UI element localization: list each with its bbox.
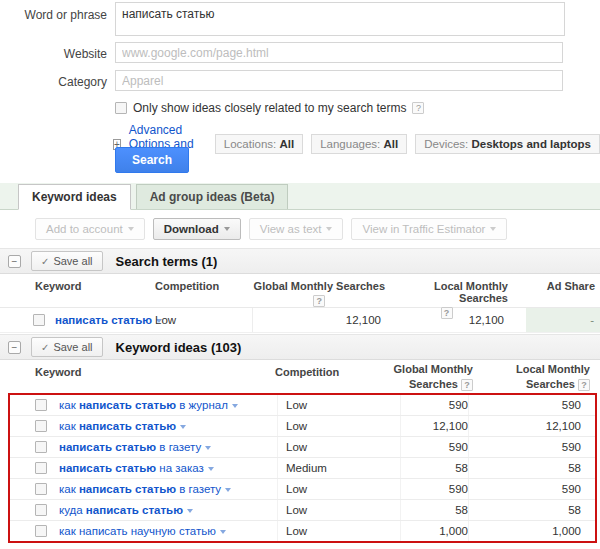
collapse-icon[interactable]: −	[8, 255, 21, 268]
local-monthly-searches-value: 58	[468, 458, 585, 478]
row-checkbox[interactable]	[35, 399, 47, 411]
local-monthly-searches-value: 12,100	[468, 416, 585, 436]
keyword-row: куда написать статью Low 58 58	[10, 500, 595, 521]
keyword-row: как написать статью в журнал Low 590 590	[10, 395, 595, 416]
dropdown-caret-icon	[232, 404, 238, 408]
related-terms-row: Only show ideas closely related to my se…	[115, 101, 424, 115]
column-header-competition[interactable]: Competition	[155, 274, 252, 307]
competition-value: Low	[277, 416, 400, 436]
chevron-down-icon	[128, 227, 134, 231]
keyword-row: как написать статью в газету Low 590 590	[10, 479, 595, 500]
keyword-link[interactable]: куда написать статью	[59, 504, 193, 516]
dropdown-caret-icon	[187, 509, 193, 513]
tab-strip: Keyword ideas Ad group ideas (Beta)	[0, 183, 600, 210]
local-monthly-searches-value: 12,100	[385, 308, 508, 332]
help-icon[interactable]: ?	[313, 295, 325, 307]
tab-ad-group-ideas[interactable]: Ad group ideas (Beta)	[136, 184, 289, 209]
row-checkbox[interactable]	[35, 525, 47, 537]
download-button[interactable]: Download	[153, 218, 241, 240]
add-to-account-button[interactable]: Add to account	[35, 218, 145, 240]
competition-value: Low	[277, 437, 400, 457]
check-icon: ✓	[41, 256, 49, 267]
competition-value: Low	[277, 479, 400, 499]
global-monthly-searches-value: 12,100	[400, 416, 468, 436]
tab-keyword-ideas[interactable]: Keyword ideas	[18, 184, 131, 210]
keyword-row: как написать статью Low 12,100 12,100	[10, 416, 595, 437]
keyword-link[interactable]: как написать статью в журнал	[59, 399, 238, 411]
local-monthly-searches-value: 590	[468, 479, 585, 499]
collapse-icon[interactable]: −	[8, 341, 21, 354]
keyword-row: написать статью на заказ Medium 58 58	[10, 458, 595, 479]
dropdown-caret-icon	[208, 467, 214, 471]
row-checkbox[interactable]	[35, 420, 47, 432]
row-checkbox[interactable]	[35, 483, 47, 495]
keyword-row: как написать научную статью Low 1,000 1,…	[10, 521, 595, 541]
column-header-local-monthly-searches[interactable]: Local Monthly Searches ?	[473, 360, 595, 393]
keyword-link[interactable]: написать статью на заказ	[59, 462, 214, 474]
save-all-button[interactable]: ✓Save all	[31, 251, 103, 271]
row-checkbox[interactable]	[35, 504, 47, 516]
search-term-row: написать статью Low 12,100 12,100 -	[0, 308, 600, 333]
keyword-link[interactable]: как написать статью в газету	[59, 483, 231, 495]
column-header-global-monthly-searches[interactable]: Global Monthly Searches?	[252, 274, 385, 307]
help-icon[interactable]: ?	[461, 379, 473, 391]
chevron-down-icon	[490, 227, 496, 231]
website-input[interactable]	[115, 42, 563, 63]
competition-value: Low	[277, 500, 400, 520]
global-monthly-searches-value: 590	[400, 395, 468, 415]
dropdown-caret-icon	[205, 446, 211, 450]
global-monthly-searches-value: 590	[400, 479, 468, 499]
dropdown-caret-icon	[220, 530, 226, 534]
results-toolbar: Add to account Download View as text Vie…	[0, 210, 600, 247]
column-header-global-monthly-searches[interactable]: Global Monthly Searches ?	[385, 360, 473, 393]
local-monthly-searches-value: 1,000	[468, 521, 585, 541]
languages-chip[interactable]: Languages: All	[311, 134, 407, 154]
category-label: Category	[0, 75, 107, 89]
competition-value: Medium	[277, 458, 400, 478]
local-monthly-searches-value: 590	[468, 437, 585, 457]
related-terms-checkbox[interactable]	[115, 102, 127, 114]
row-checkbox[interactable]	[35, 441, 47, 453]
search-terms-table-header: Keyword Competition Global Monthly Searc…	[0, 274, 600, 308]
global-monthly-searches-value: 590	[400, 437, 468, 457]
highlighted-keyword-table: как написать статью в журнал Low 590 590…	[8, 393, 597, 543]
search-terms-title: Search terms (1)	[116, 254, 218, 269]
category-input[interactable]	[115, 70, 563, 91]
global-monthly-searches-value: 58	[400, 500, 468, 520]
search-button[interactable]: Search	[115, 147, 189, 173]
locations-chip[interactable]: Locations: All	[215, 134, 303, 154]
column-header-local-monthly-searches[interactable]: Local Monthly Searches?	[385, 274, 508, 307]
ad-share-value: -	[526, 308, 600, 332]
competition-value: Low	[277, 521, 400, 541]
competition-value: Low	[277, 395, 400, 415]
row-checkbox[interactable]	[33, 314, 45, 326]
view-as-text-button[interactable]: View as text	[249, 218, 344, 240]
help-icon[interactable]: ?	[578, 379, 590, 391]
keyword-link[interactable]: написать статью в газету	[59, 441, 211, 453]
keyword-link[interactable]: как написать научную статью	[59, 525, 226, 537]
dropdown-caret-icon	[225, 488, 231, 492]
search-terms-section-header: − ✓Save all Search terms (1)	[0, 248, 600, 274]
website-label: Website	[0, 47, 107, 61]
keyword-link[interactable]: как написать статью	[59, 420, 186, 432]
keyword-link[interactable]: написать статью	[55, 314, 162, 326]
word-or-phrase-label: Word or phrase	[0, 8, 107, 22]
word-or-phrase-input[interactable]: написать статью	[115, 2, 565, 36]
row-checkbox[interactable]	[35, 462, 47, 474]
devices-chip[interactable]: Devices: Desktops and laptops	[415, 134, 600, 154]
related-terms-label: Only show ideas closely related to my se…	[133, 101, 406, 115]
check-icon: ✓	[41, 342, 49, 353]
keyword-ideas-title: Keyword ideas (103)	[116, 340, 242, 355]
view-in-traffic-estimator-button[interactable]: View in Traffic Estimator	[351, 218, 507, 240]
keyword-ideas-section-header: − ✓Save all Keyword ideas (103)	[0, 334, 600, 360]
column-header-ad-share[interactable]: Ad Share	[508, 274, 600, 307]
global-monthly-searches-value: 58	[400, 458, 468, 478]
save-all-button[interactable]: ✓Save all	[31, 337, 103, 357]
dropdown-caret-icon	[180, 425, 186, 429]
column-header-competition[interactable]: Competition	[275, 360, 385, 393]
help-icon[interactable]: ?	[412, 102, 424, 114]
column-header-keyword[interactable]: Keyword	[35, 360, 275, 393]
global-monthly-searches-value: 12,100	[252, 308, 385, 332]
column-header-keyword[interactable]: Keyword	[35, 274, 155, 307]
chevron-down-icon	[224, 227, 230, 231]
